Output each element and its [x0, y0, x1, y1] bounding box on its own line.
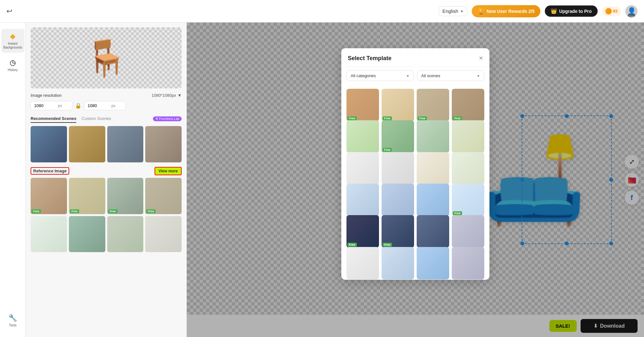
template-grid: Free Free Free Free Free [341, 85, 489, 280]
logout-button[interactable]: ↩ [6, 7, 12, 15]
rewards-button[interactable]: 🏆 New User Rewards 2/5 [472, 5, 540, 17]
width-input[interactable] [34, 103, 57, 108]
template-thumb-3[interactable]: Free [417, 89, 449, 121]
template-thumb-11[interactable] [417, 152, 449, 185]
language-arrow-icon: ▼ [460, 9, 464, 13]
template-thumb-9[interactable] [346, 152, 379, 185]
ref-thumb-8[interactable] [145, 216, 182, 252]
ref-thumb-4[interactable]: Free [145, 178, 182, 214]
sidebar-item-label: Instant Backgrounds [3, 42, 22, 50]
header-right: English ▼ 🏆 New User Rewards 2/5 👑 Upgra… [439, 5, 638, 17]
template-thumb-17[interactable]: Free [346, 215, 379, 248]
scene-thumb-3[interactable] [107, 126, 144, 162]
points-circle-icon: 🟠 [605, 8, 612, 14]
canvas-area[interactable]: 🛋️ ⤢ 📷 f SALE! [187, 23, 644, 337]
history-icon: ◷ [10, 59, 16, 67]
template-thumb-18[interactable]: Free [382, 215, 414, 248]
template-thumb-22[interactable] [382, 247, 414, 279]
functions-lab-label: Functions Lab [159, 117, 179, 121]
scene-filter-label: All scenes [421, 73, 440, 78]
template-thumb-16[interactable]: Free [452, 184, 484, 216]
modal-header: Select Template × [341, 48, 489, 67]
ref-thumb-5[interactable] [31, 216, 67, 252]
header-left: ↩ [6, 7, 12, 15]
resolution-row: Image resolution 1080*1080px ▼ [31, 93, 182, 98]
template-thumb-5[interactable] [346, 120, 379, 153]
resolution-value-text: 1080*1080px [151, 93, 176, 98]
scenes-grid [31, 126, 182, 162]
upgrade-button[interactable]: 👑 Upgrade to Pro [545, 5, 597, 17]
scene-thumb-4[interactable] [145, 126, 182, 162]
template-thumb-13[interactable] [346, 184, 379, 216]
width-input-wrapper: px [31, 101, 72, 110]
template-thumb-2[interactable]: Free [382, 89, 414, 121]
tab-custom-scenes[interactable]: Custom Scenes [81, 115, 111, 123]
sidebar-item-instant-backgrounds[interactable]: ◆ Instant Backgrounds [1, 29, 24, 53]
reference-grid: Free Free Free Free [31, 178, 182, 252]
crown-icon: 👑 [551, 8, 557, 14]
language-label: English [442, 8, 458, 14]
template-thumb-6[interactable]: Free [382, 120, 414, 153]
view-more-button[interactable]: View more [155, 167, 182, 175]
height-input[interactable] [88, 103, 110, 108]
reference-image-section-header: Reference Image View more [31, 167, 182, 175]
scene-filter-arrow-icon: ▼ [477, 74, 480, 78]
category-filter[interactable]: All categories ▼ [346, 70, 414, 81]
template-thumb-20[interactable] [452, 215, 484, 248]
template-thumb-15[interactable] [417, 184, 449, 216]
ref-thumb-7[interactable] [107, 216, 144, 252]
height-input-wrapper: px [84, 101, 126, 110]
functions-lab-badge[interactable]: ⚗ Functions Lab [153, 116, 182, 121]
left-panel: 🪑 Image resolution 1080*1080px ▼ px 🔒 px [26, 23, 187, 337]
product-chair-thumbnail: 🪑 [84, 40, 128, 76]
main-layout: ◆ Instant Backgrounds ◷ History 🔧 Tools … [0, 23, 644, 337]
trophy-icon: 🏆 [478, 8, 485, 15]
sidebar: ◆ Instant Backgrounds ◷ History 🔧 Tools [0, 23, 26, 337]
ref-thumb-6[interactable] [69, 216, 105, 252]
template-thumb-21[interactable] [346, 247, 379, 279]
avatar-free-label: Free [628, 14, 635, 17]
template-thumb-4[interactable]: Free [452, 89, 484, 121]
template-thumb-14[interactable] [382, 184, 414, 216]
template-thumb-23[interactable] [417, 247, 449, 279]
sidebar-tools-label: Tools [9, 323, 16, 327]
template-thumb-7[interactable] [417, 120, 449, 153]
ref-thumb-3[interactable]: Free [107, 178, 144, 214]
points-value: 93 [613, 9, 618, 14]
scene-thumb-1[interactable] [31, 126, 67, 162]
rewards-label: New User Rewards 2/5 [487, 9, 535, 14]
category-filter-arrow-icon: ▼ [406, 74, 410, 78]
template-thumb-12[interactable] [452, 152, 484, 185]
checkerboard-bg: 🪑 [31, 27, 182, 88]
modal-title: Select Template [348, 55, 392, 62]
modal-close-button[interactable]: × [479, 54, 483, 62]
language-selector[interactable]: English ▼ [439, 6, 467, 16]
ref-thumb-1[interactable]: Free [31, 178, 67, 214]
modal-filters: All categories ▼ All scenes ▼ [341, 67, 489, 85]
lock-icon[interactable]: 🔒 [75, 103, 81, 109]
scene-filter[interactable]: All scenes ▼ [417, 70, 484, 81]
avatar[interactable]: 👤 Free [625, 5, 638, 17]
template-thumb-24[interactable] [452, 247, 484, 279]
template-thumb-8[interactable] [452, 120, 484, 153]
functions-lab-icon: ⚗ [155, 117, 158, 121]
resolution-label: Image resolution [31, 93, 62, 98]
tabs-row: Recommended Scenes Custom Scenes ⚗ Funct… [31, 115, 182, 123]
width-unit: px [58, 104, 62, 108]
template-thumb-19[interactable] [417, 215, 449, 248]
sidebar-item-tools[interactable]: 🔧 Tools [1, 311, 24, 331]
product-preview: 🪑 [31, 27, 182, 88]
upgrade-label: Upgrade to Pro [559, 9, 592, 14]
height-unit: px [111, 104, 116, 108]
sidebar-history-label: History [8, 68, 18, 72]
template-thumb-10[interactable] [382, 152, 414, 185]
resolution-inputs: px 🔒 px [31, 101, 182, 110]
ref-thumb-2[interactable]: Free [69, 178, 105, 214]
tab-recommended-scenes[interactable]: Recommended Scenes [31, 115, 76, 123]
scene-thumb-2[interactable] [69, 126, 105, 162]
template-thumb-1[interactable]: Free [346, 89, 379, 121]
tools-icon: 🔧 [8, 314, 17, 322]
resolution-value[interactable]: 1080*1080px ▼ [151, 93, 182, 98]
points-badge: 🟠 93 [602, 6, 621, 16]
sidebar-item-history[interactable]: ◷ History [1, 55, 24, 75]
